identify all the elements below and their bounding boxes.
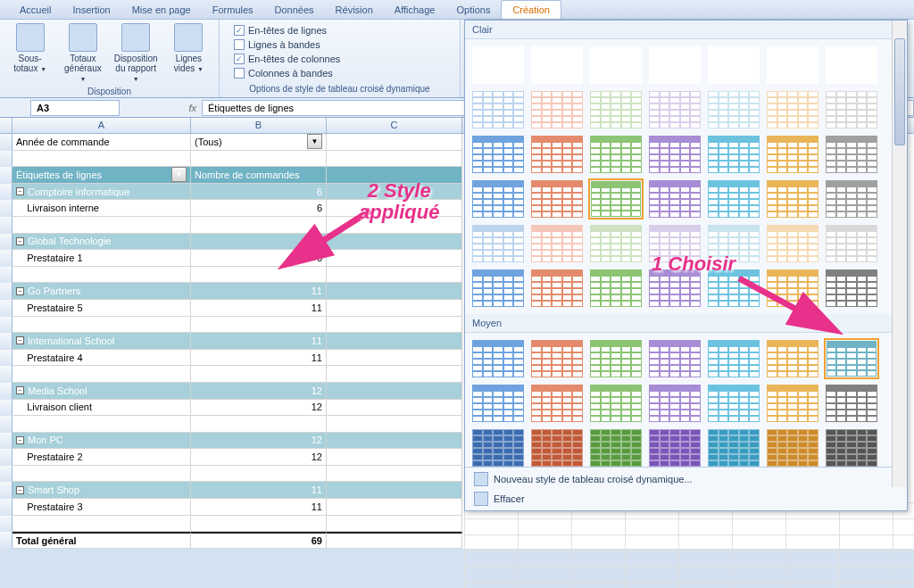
style-thumb[interactable] xyxy=(470,178,526,219)
cell[interactable]: Nombre de commandes xyxy=(191,167,327,184)
style-thumb[interactable] xyxy=(647,45,702,86)
cell[interactable]: −Global Technologie xyxy=(12,234,191,251)
cell[interactable] xyxy=(191,267,327,284)
style-thumb[interactable] xyxy=(529,223,585,264)
style-thumb[interactable] xyxy=(470,383,526,424)
cell[interactable]: Prestataire 5 xyxy=(12,300,191,317)
cell[interactable] xyxy=(327,134,462,151)
style-thumb[interactable] xyxy=(470,223,526,264)
cell[interactable]: Étiquettes de lignes▼ xyxy=(12,167,191,184)
style-opt-2[interactable]: ✓En-têtes de colonnes xyxy=(234,54,350,64)
cell[interactable]: Livraison interne xyxy=(12,200,191,217)
cell[interactable] xyxy=(327,499,462,516)
cell[interactable] xyxy=(327,317,462,334)
style-thumb[interactable] xyxy=(765,134,820,175)
cell[interactable] xyxy=(12,466,191,483)
cell[interactable] xyxy=(191,317,327,334)
style-thumb[interactable] xyxy=(647,268,702,309)
cell[interactable] xyxy=(327,200,462,217)
style-thumb[interactable] xyxy=(470,427,526,467)
cell[interactable] xyxy=(327,516,462,533)
cell[interactable]: 6 xyxy=(191,234,327,251)
cell[interactable] xyxy=(191,516,327,533)
style-thumb[interactable] xyxy=(470,338,526,379)
style-thumb[interactable] xyxy=(706,134,761,175)
ribbon-tab-création[interactable]: Création xyxy=(501,0,561,19)
cell[interactable] xyxy=(327,383,462,400)
cell[interactable]: 11 xyxy=(191,482,327,499)
style-thumb[interactable] xyxy=(647,427,702,467)
ribbon-btn-sous-totaux[interactable]: Sous-totaux ▼ xyxy=(5,21,54,75)
ribbon-btn-totaux-généraux[interactable]: Totaux généraux ▼ xyxy=(58,21,107,85)
cell[interactable] xyxy=(327,350,462,367)
style-thumb[interactable] xyxy=(824,178,879,219)
cell[interactable] xyxy=(327,482,462,499)
style-thumb[interactable] xyxy=(706,268,761,309)
ribbon-tab-insertion[interactable]: Insertion xyxy=(62,1,120,19)
collapse-icon[interactable]: − xyxy=(16,237,24,245)
cell[interactable] xyxy=(191,151,327,168)
cell[interactable] xyxy=(327,184,462,201)
style-thumb[interactable] xyxy=(765,383,820,424)
cell[interactable]: Prestataire 2 xyxy=(12,449,191,466)
cell[interactable]: 12 xyxy=(191,383,327,400)
style-thumb[interactable] xyxy=(765,268,820,309)
cell[interactable]: −Smart Shop xyxy=(12,482,191,499)
style-thumb[interactable] xyxy=(529,338,585,379)
cell[interactable]: 6 xyxy=(191,250,327,267)
ribbon-tab-mise-en-page[interactable]: Mise en page xyxy=(121,1,202,19)
cell[interactable]: 12 xyxy=(191,449,327,466)
cell[interactable]: 11 xyxy=(191,499,327,516)
style-thumb[interactable] xyxy=(529,134,585,175)
cell[interactable] xyxy=(327,250,462,267)
cell[interactable]: 12 xyxy=(191,433,327,450)
cell[interactable]: Prestataire 1 xyxy=(12,250,191,267)
cell[interactable]: −Go Partners xyxy=(12,283,191,300)
style-thumb[interactable] xyxy=(588,338,644,379)
cell[interactable]: Livraison client xyxy=(12,400,191,417)
filter-dropdown-icon[interactable]: ▼ xyxy=(171,167,187,182)
cell[interactable] xyxy=(327,366,462,383)
style-thumb[interactable] xyxy=(706,45,761,86)
style-opt-3[interactable]: Colonnes à bandes xyxy=(234,68,350,79)
cell[interactable] xyxy=(327,449,462,466)
style-thumb[interactable] xyxy=(647,134,702,175)
style-thumb[interactable] xyxy=(824,338,879,379)
cell[interactable] xyxy=(327,217,462,234)
col-header-A[interactable]: A xyxy=(12,118,191,133)
cell[interactable] xyxy=(327,151,462,168)
cell[interactable]: 6 xyxy=(191,184,327,201)
cell[interactable] xyxy=(191,466,327,483)
style-thumb[interactable] xyxy=(824,134,879,175)
cell[interactable] xyxy=(12,366,191,383)
style-thumb[interactable] xyxy=(529,268,585,309)
style-thumb[interactable] xyxy=(647,383,702,424)
style-thumb[interactable] xyxy=(470,268,526,309)
style-thumb[interactable] xyxy=(529,383,585,424)
col-header-C[interactable]: C xyxy=(327,118,462,133)
style-thumb[interactable] xyxy=(588,268,644,309)
style-thumb[interactable] xyxy=(706,89,761,130)
style-thumb[interactable] xyxy=(470,45,526,86)
style-thumb[interactable] xyxy=(706,427,761,467)
style-thumb[interactable] xyxy=(529,427,585,467)
ribbon-btn-lignes-vides[interactable]: Lignes vides ▼ xyxy=(164,21,213,75)
style-thumb[interactable] xyxy=(588,383,644,424)
filter-dropdown-icon[interactable]: ▼ xyxy=(307,134,322,149)
cell[interactable] xyxy=(327,433,462,450)
cell[interactable] xyxy=(191,416,327,433)
cell[interactable]: −Media School xyxy=(12,383,191,400)
style-thumb[interactable] xyxy=(765,427,820,467)
ribbon-tab-révision[interactable]: Révision xyxy=(325,1,384,19)
ribbon-btn-disposition-du-rapport[interactable]: Disposition du rapport ▼ xyxy=(112,21,161,85)
style-thumb[interactable] xyxy=(529,178,585,219)
cell[interactable] xyxy=(191,217,327,234)
style-thumb[interactable] xyxy=(765,338,820,379)
collapse-icon[interactable]: − xyxy=(16,336,24,344)
collapse-icon[interactable]: − xyxy=(16,486,24,494)
cell[interactable] xyxy=(327,416,462,433)
cell[interactable] xyxy=(12,516,191,533)
cell[interactable]: 11 xyxy=(191,350,327,367)
style-thumb[interactable] xyxy=(824,223,879,264)
cell[interactable] xyxy=(12,151,191,168)
